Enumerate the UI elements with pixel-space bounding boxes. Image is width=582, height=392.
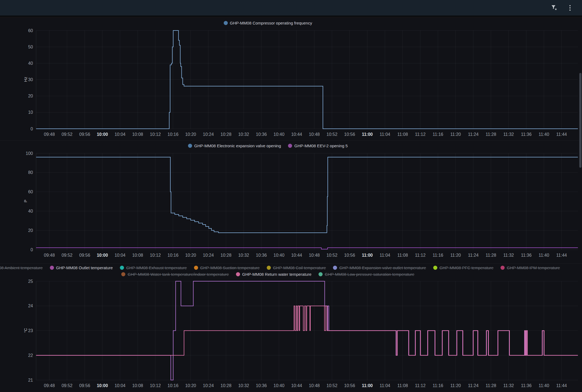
chart-legend: GHP-MM08 Compressor operating frequency — [0, 21, 536, 25]
x-axis-tick-label: 11:40 — [539, 132, 549, 137]
x-axis-tick-label: 10:56 — [344, 253, 355, 258]
y-axis-tick-label: 100 — [26, 151, 33, 156]
x-axis-tick-label: 10:04 — [114, 132, 125, 137]
x-axis-tick-label: 10:16 — [168, 132, 178, 137]
legend-item[interactable]: GHP-MM08 PFC temperature — [433, 265, 493, 270]
legend-item[interactable]: GHP-MM08 Coil temperature — [267, 265, 326, 270]
x-axis-tick-label: 11:16 — [433, 132, 443, 137]
legend-item-label: GHP-MM08 Coil temperature — [273, 265, 326, 270]
x-axis-tick-label: 11:16 — [433, 253, 443, 258]
y-axis-tick-label: 20 — [28, 94, 33, 98]
x-axis-tick-label: 11:08 — [397, 383, 408, 388]
legend-item[interactable]: GHP-MM08 Outlet temperature — [50, 265, 113, 270]
x-axis-tick-label: 10:36 — [256, 253, 267, 258]
x-axis-tick-label: 10:44 — [291, 383, 302, 388]
legend-item[interactable]: GHP-MM08 Compressor operating frequency — [224, 21, 312, 25]
legend-item[interactable]: GHP-MM08 Exhaust temperature — [120, 265, 187, 270]
x-axis-tick-label: 11:36 — [521, 383, 532, 388]
series-color-dot — [501, 266, 505, 270]
x-axis-tick-label: 10:24 — [203, 383, 214, 388]
x-axis-tick-label: 11:36 — [521, 132, 532, 137]
panel-menu-button[interactable] — [564, 2, 576, 14]
x-axis-tick-label: 10:16 — [168, 383, 178, 388]
x-axis-tick-label: 10:04 — [114, 253, 125, 258]
x-axis-tick-label: 10:44 — [291, 253, 302, 258]
legend-item[interactable]: GHP-MM08 EEV-2 opening 5 — [288, 143, 348, 148]
legend-item[interactable]: GHP-MM08 Low pressure saturation tempera… — [319, 272, 414, 277]
x-axis-tick-label: 11:44 — [556, 253, 567, 258]
x-axis-tick-label: 10:40 — [274, 132, 284, 137]
legend-item-label: GHP-MM08 Outlet temperature — [56, 265, 113, 270]
x-axis-tick-label: 10:48 — [309, 253, 320, 258]
legend-item-label: GHP-MM08 IPM temperature — [507, 265, 560, 270]
compressor-frequency-chart: 010203040506009:4809:5209:5610:0010:0410… — [0, 18, 582, 140]
scrollbar-thumb[interactable] — [579, 73, 581, 168]
top-toolbar — [0, 0, 582, 16]
x-axis-tick-label: 09:48 — [44, 132, 55, 137]
x-axis-tick-label: 09:52 — [62, 383, 72, 388]
x-axis-tick-label: 10:36 — [256, 383, 267, 388]
series-color-dot — [333, 266, 337, 270]
x-axis-tick-label: 11:16 — [433, 383, 443, 388]
x-axis-tick-label: 11:28 — [486, 253, 496, 258]
legend-item[interactable]: GHP-MM08 Expansion valve outlet temperat… — [333, 265, 426, 270]
series-color-dot — [194, 266, 198, 270]
legend-item-label: GHP-MM08 Low pressure saturation tempera… — [325, 272, 414, 277]
series-color-dot — [236, 272, 240, 276]
x-axis-tick-label: 11:00 — [362, 132, 373, 137]
x-axis-tick-label: 10:00 — [97, 383, 108, 388]
legend-item[interactable]: GHP-MM08 Electronic expansion valve open… — [188, 143, 281, 148]
x-axis-tick-label: 10:36 — [256, 132, 267, 137]
x-axis-tick-label: 10:08 — [132, 383, 143, 388]
x-axis-tick-label: 10:20 — [185, 253, 196, 258]
legend-item-label: GHP-MM08 Suction temperature — [200, 265, 260, 270]
x-axis-tick-label: 09:48 — [44, 383, 55, 388]
x-axis-tick-label: 10:20 — [185, 383, 196, 388]
y-axis-tick-label: 60 — [28, 28, 33, 33]
x-axis-tick-label: 10:16 — [168, 253, 178, 258]
x-axis-tick-label: 11:12 — [415, 253, 426, 258]
legend-item[interactable]: GHP-MM08 IPM temperature — [501, 265, 560, 270]
y-axis-tick-label: 20 — [28, 228, 33, 233]
x-axis-tick-label: 09:56 — [79, 132, 90, 137]
series-color-dot — [121, 272, 125, 276]
x-axis-tick-label: 11:40 — [539, 383, 549, 388]
legend-item-label: GHP-MM08 EEV-2 opening 5 — [294, 143, 348, 148]
filter-clear-button[interactable] — [548, 2, 560, 14]
legend-item-label: GHP-MM08 Compressor operating frequency — [230, 21, 312, 25]
y-axis-unit: P — [23, 197, 28, 205]
x-axis-tick-label: 11:12 — [415, 132, 426, 137]
x-axis-tick-label: 09:52 — [62, 253, 72, 258]
legend-item-label: GHP-MM08 Electronic expansion valve open… — [194, 143, 281, 148]
x-axis-tick-label: 10:28 — [220, 132, 231, 137]
x-axis-tick-label: 11:28 — [486, 132, 496, 137]
legend-item-label: GHP-MM08 PFC temperature — [439, 265, 493, 270]
x-axis-tick-label: 11:24 — [468, 383, 478, 388]
x-axis-tick-label: 10:56 — [344, 383, 355, 388]
series-color-dot — [188, 144, 192, 148]
x-axis-tick-label: 10:20 — [185, 132, 196, 137]
y-axis-tick-label: 40 — [28, 209, 33, 213]
x-axis-tick-label: 10:48 — [309, 383, 320, 388]
x-axis-tick-label: 09:48 — [44, 253, 55, 258]
y-axis-tick-label: 21 — [28, 378, 33, 382]
x-axis-tick-label: 10:28 — [220, 253, 231, 258]
x-axis-tick-label: 11:20 — [450, 253, 461, 258]
legend-item[interactable]: GHP-MM08 Water tank temperature/indoor t… — [121, 272, 229, 277]
legend-item-label: GHP-MM08 Return water temperature — [242, 272, 311, 277]
x-axis-tick-label: 10:32 — [238, 253, 249, 258]
y-axis-unit: °C — [23, 326, 28, 334]
x-axis-tick-label: 10:24 — [203, 253, 214, 258]
legend-item[interactable]: GHP-MM08 Ambient temperature — [0, 265, 43, 270]
x-axis-tick-label: 10:44 — [291, 132, 302, 137]
y-axis-unit: Hz — [23, 75, 28, 83]
funnel-x-icon — [551, 4, 558, 11]
panel-temperatures: GHP-MM08 Ambient temperatureGHP-MM08 Out… — [0, 263, 582, 392]
x-axis-tick-label: 11:40 — [539, 253, 549, 258]
x-axis-tick-label: 10:12 — [150, 132, 161, 137]
series-color-dot — [120, 266, 124, 270]
y-axis-tick-label: 60 — [28, 189, 33, 194]
legend-item[interactable]: GHP-MM08 Suction temperature — [194, 265, 260, 270]
legend-item[interactable]: GHP-MM08 Return water temperature — [236, 272, 311, 277]
x-axis-tick-label: 10:28 — [220, 383, 231, 388]
